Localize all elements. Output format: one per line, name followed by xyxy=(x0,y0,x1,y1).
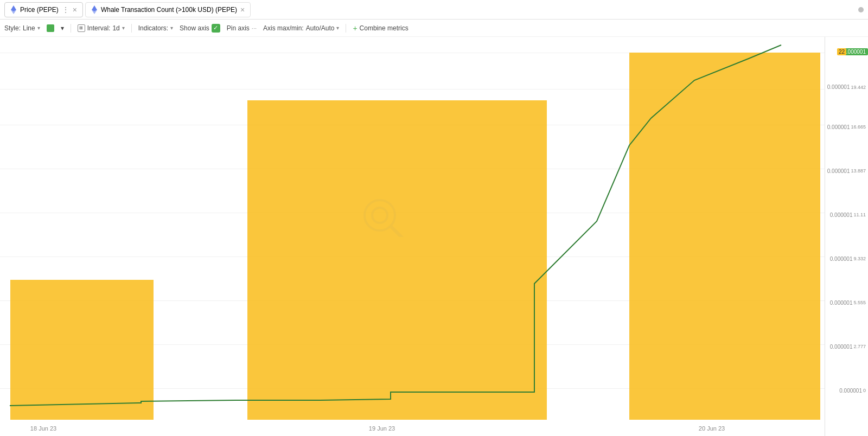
sep2 xyxy=(131,24,132,33)
chart-area: ⟠ 18 Jun 23 19 Jun 23 20 Jun 23 xyxy=(0,37,868,436)
show-axis-label: Show axis xyxy=(180,24,209,32)
sep1 xyxy=(71,24,71,33)
combine-metrics-button[interactable]: + Combine metrics xyxy=(353,24,408,33)
indicators-chevron: ▾ xyxy=(170,25,173,31)
app-container: Price (PEPE) ⋮ × Whale Transaction Count… xyxy=(0,0,868,436)
color-chevron: ▾ xyxy=(61,24,64,32)
bar-2 xyxy=(247,100,547,420)
toolbar: Style: Line ▾ ▾ ⊞ Interval: 1d ▾ Indicat… xyxy=(0,20,868,37)
pin-axis-dots: ··· xyxy=(252,25,257,31)
y-label-2: 0.000001 16.665 xyxy=(827,125,866,130)
y-label-3: 0.000001 13.887 xyxy=(827,169,866,174)
style-value: Line xyxy=(23,24,35,32)
show-axis-toggle[interactable]: Show axis ✓ xyxy=(180,24,220,33)
pin-axis-label: Pin axis xyxy=(227,24,250,32)
x-label-2: 19 Jun 23 xyxy=(369,425,395,432)
color-swatch[interactable] xyxy=(47,24,54,32)
style-chevron: ▾ xyxy=(37,25,40,31)
indicators-label: Indicators: xyxy=(138,24,168,32)
whale-tab[interactable]: Whale Transaction Count (>100k USD) (PEP… xyxy=(85,2,251,17)
eth-icon-1 xyxy=(10,7,17,13)
y-label-5: 0.000001 9.332 xyxy=(830,257,866,262)
x-label-1: 18 Jun 23 xyxy=(30,425,56,432)
eth-icon-2 xyxy=(91,7,98,13)
axis-maxmin-label: Axis max/min: xyxy=(263,24,304,32)
tabs-bar: Price (PEPE) ⋮ × Whale Transaction Count… xyxy=(0,0,868,20)
interval-icon: ⊞ xyxy=(78,24,85,32)
combine-label: Combine metrics xyxy=(360,24,409,32)
corner-indicator xyxy=(858,7,864,12)
interval-label: Interval: xyxy=(87,24,111,32)
interval-selector[interactable]: ⊞ Interval: 1d ▾ xyxy=(78,24,125,32)
y-label-8: 0.000001 0 xyxy=(839,388,866,394)
y-axis: 0.000001 22 0.000001 19.442 0.000001 16.… xyxy=(825,37,868,436)
axis-maxmin-value: Auto/Auto xyxy=(306,24,335,32)
x-label-3: 20 Jun 23 xyxy=(699,425,725,432)
whale-tab-close[interactable]: × xyxy=(240,6,245,14)
current-bar-badge: 22 xyxy=(837,48,846,55)
style-label: Style: xyxy=(4,24,21,32)
show-axis-checkbox[interactable]: ✓ xyxy=(212,24,220,33)
axis-maxmin-chevron: ▾ xyxy=(336,25,339,31)
y-label-6: 0.000001 5.555 xyxy=(830,300,866,306)
indicators-selector[interactable]: Indicators: ▾ xyxy=(138,24,173,32)
price-tab-more[interactable]: ⋮ xyxy=(62,5,69,14)
axis-maxmin-selector[interactable]: Axis max/min: Auto/Auto ▾ xyxy=(263,24,339,32)
bar-1 xyxy=(10,280,154,420)
y-label-4: 0.000001 11.11 xyxy=(830,213,866,218)
interval-chevron: ▾ xyxy=(122,25,125,31)
sep3 xyxy=(346,24,346,33)
price-tab-close[interactable]: × xyxy=(73,6,77,14)
interval-value: 1d xyxy=(112,24,119,32)
style-selector[interactable]: Style: Line ▾ xyxy=(4,24,40,32)
bar-3 xyxy=(629,53,820,420)
pin-axis-toggle[interactable]: Pin axis ··· xyxy=(227,24,257,32)
price-tab-label: Price (PEPE) xyxy=(20,6,59,14)
y-label-1: 0.000001 19.442 xyxy=(827,85,866,90)
y-label-7: 0.000001 2.777 xyxy=(830,344,866,350)
price-tab[interactable]: Price (PEPE) ⋮ × xyxy=(4,2,83,17)
whale-tab-label: Whale Transaction Count (>100k USD) (PEP… xyxy=(101,6,237,14)
combine-plus-icon: + xyxy=(353,24,357,33)
